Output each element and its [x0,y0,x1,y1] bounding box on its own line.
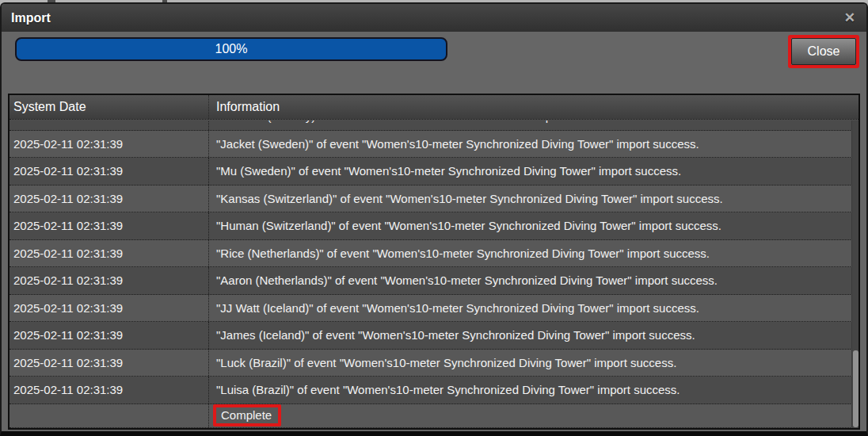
table-header: System Date Information [10,95,858,120]
table-row: 2025-02-11 02:31:39 "Jacket (Sweden)" of… [10,131,858,159]
row-information-text: "Jackson (Norway)" of event "Women's Ind… [216,120,615,123]
row-information: "Luck (Brazil)" of event "Women's10-mete… [209,350,858,377]
row-system-date: 2025-02-11 02:31:39 [10,322,209,349]
row-information-text: Complete [213,404,281,426]
table-row: 2025-02-11 02:31:39 "Luisa (Brazil)" of … [10,377,858,404]
table-row: Complete [10,404,858,428]
row-system-date: 2025-02-11 02:31:39 [10,240,209,267]
row-information-text: "Jacket (Sweden)" of event "Women's10-me… [216,137,699,151]
import-log-table: System Date Information 2025-02-11 02:31… [8,94,860,430]
row-information-text: "Mu (Sweden)" of event "Women's10-meter … [216,164,681,178]
row-information: "Jacket (Sweden)" of event "Women's10-me… [209,131,858,158]
row-system-date: 2025-02-11 02:31:39 [10,131,209,158]
row-system-date: 2025-02-11 02:31:39 [10,350,209,377]
row-information: "James (Iceland)" of event "Women's10-me… [209,322,858,349]
row-system-date: 2025-02-11 02:31:39 [10,120,209,130]
table-row: 2025-02-11 02:31:39 "Mu (Sweden)" of eve… [10,158,858,185]
row-information: "Mu (Sweden)" of event "Women's10-meter … [209,158,858,185]
table-body: 2025-02-11 02:31:39 "Jackson (Norway)" o… [10,120,858,428]
close-button-highlight: Close [788,35,859,68]
table-row: 2025-02-11 02:31:39 "Jackson (Norway)" o… [10,120,858,131]
close-button[interactable]: Close [791,38,856,65]
row-information-text: "James (Iceland)" of event "Women's10-me… [216,328,695,342]
row-information: Complete [209,404,858,427]
row-information: "Kansas (Switzerland)" of event "Women's… [209,185,858,212]
row-system-date: 2025-02-11 02:31:39 [10,377,209,403]
row-system-date [10,404,209,427]
table-row: 2025-02-11 02:31:39 "Rice (Netherlands)"… [10,240,858,268]
row-information: "Jackson (Norway)" of event "Women's Ind… [209,120,858,130]
table-row: 2025-02-11 02:31:39 "Human (Switzerland)… [10,212,858,240]
row-system-date: 2025-02-11 02:31:39 [10,212,209,239]
row-system-date: 2025-02-11 02:31:39 [10,158,209,185]
table-row: 2025-02-11 02:31:39 "JJ Watt (Iceland)" … [10,295,858,323]
progress-bar: 100% [15,37,447,61]
row-system-date: 2025-02-11 02:31:39 [10,295,209,322]
row-information-text: "Luck (Brazil)" of event "Women's10-mete… [216,356,676,369]
scrollbar-thumb[interactable] [853,350,858,427]
row-information-text: "Human (Switzerland)" of event "Women's1… [216,219,721,232]
table-row: 2025-02-11 02:31:39 "Aaron (Netherlands)… [10,267,858,295]
import-dialog: Import ✕ 100% Close System Date Informat… [0,2,868,436]
row-information: "JJ Watt (Iceland)" of event "Women's10-… [209,295,858,322]
row-information-text: "Rice (Netherlands)" of event "Women's10… [216,247,710,260]
row-system-date: 2025-02-11 02:31:39 [10,185,209,212]
row-system-date: 2025-02-11 02:31:39 [10,267,209,294]
vertical-scrollbar[interactable] [851,120,858,428]
row-information-text: "Luisa (Brazil)" of event "Women's10-met… [216,383,680,396]
row-information-text: "Kansas (Switzerland)" of event "Women's… [216,192,723,205]
progress-value: 100% [215,42,248,56]
table-row: 2025-02-11 02:31:39 "Kansas (Switzerland… [10,185,858,213]
row-information: "Luisa (Brazil)" of event "Women's10-met… [209,377,858,403]
column-header-information: Information [209,95,858,119]
row-information: "Rice (Netherlands)" of event "Women's10… [209,240,858,267]
dialog-titlebar: Import ✕ [2,4,866,32]
row-information-text: "Aaron (Netherlands)" of event "Women's1… [216,273,718,287]
table-row: 2025-02-11 02:31:39 "James (Iceland)" of… [10,322,858,350]
row-information: "Aaron (Netherlands)" of event "Women's1… [209,267,858,294]
row-information: "Human (Switzerland)" of event "Women's1… [209,212,858,239]
table-row: 2025-02-11 02:31:39 "Luck (Brazil)" of e… [10,350,858,377]
dialog-title: Import [11,11,51,25]
close-x-icon[interactable]: ✕ [844,11,855,25]
row-information-text: "JJ Watt (Iceland)" of event "Women's10-… [216,301,699,315]
column-header-system-date: System Date [10,95,209,119]
